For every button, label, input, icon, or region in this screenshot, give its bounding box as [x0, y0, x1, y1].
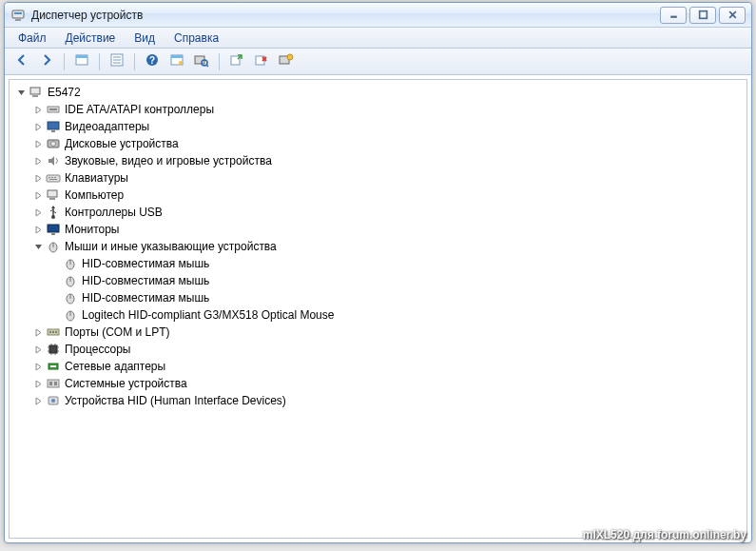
- svg-point-54: [52, 331, 54, 333]
- device-manager-window: Диспетчер устройств Файл Действие Вид Сп…: [4, 2, 752, 543]
- tree-category-node[interactable]: Звуковые, видео и игровые устройства: [32, 152, 745, 169]
- expander-icon[interactable]: [32, 378, 44, 389]
- svg-point-53: [49, 331, 51, 333]
- help-icon: ?: [145, 52, 160, 70]
- scan-button[interactable]: [190, 51, 213, 72]
- svg-rect-4: [699, 11, 707, 19]
- minimize-button[interactable]: [660, 7, 687, 24]
- disk-icon: [46, 136, 61, 151]
- update-driver-button[interactable]: [225, 51, 248, 72]
- expander-icon[interactable]: [32, 155, 44, 167]
- svg-rect-66: [50, 365, 56, 367]
- tree-root-node[interactable]: E5472: [15, 84, 745, 101]
- tree-device-node[interactable]: HID-совместимая мышь: [49, 272, 745, 289]
- tree-category-node[interactable]: Контроллеры USB: [32, 204, 745, 221]
- app-icon: [10, 8, 26, 23]
- forward-icon: [39, 52, 54, 70]
- svg-point-15: [179, 61, 183, 65]
- svg-rect-1: [14, 12, 22, 14]
- tree-category-node[interactable]: Клавиатуры: [32, 169, 745, 187]
- tree-device-node[interactable]: HID-совместимая мышь: [49, 289, 745, 306]
- menu-file[interactable]: Файл: [10, 30, 54, 47]
- help-button[interactable]: ?: [141, 51, 164, 72]
- svg-rect-69: [54, 382, 57, 385]
- tree-category-node[interactable]: Сетевые адаптеры: [32, 358, 745, 375]
- forward-button[interactable]: [35, 51, 58, 72]
- tree-category-label: Видеоадаптеры: [65, 120, 149, 133]
- usb-icon: [46, 205, 61, 220]
- tree-category-node[interactable]: Компьютер: [32, 187, 745, 204]
- menu-view[interactable]: Вид: [126, 30, 163, 47]
- tree-category-node[interactable]: Мыши и иные указывающие устройства: [32, 238, 745, 255]
- expander-icon[interactable]: [32, 189, 44, 201]
- svg-rect-32: [48, 177, 50, 178]
- svg-rect-56: [49, 345, 57, 353]
- computer-icon: [29, 85, 44, 100]
- svg-rect-41: [51, 233, 55, 235]
- tree-category-label: Процессоры: [65, 343, 131, 356]
- close-button[interactable]: [719, 7, 746, 24]
- svg-rect-37: [49, 198, 55, 200]
- back-icon: [14, 52, 29, 70]
- list-button[interactable]: [106, 51, 128, 72]
- tree-device-node[interactable]: Logitech HID-compliant G3/MX518 Optical …: [49, 306, 745, 324]
- devices-icon: [169, 52, 184, 70]
- menu-action[interactable]: Действие: [58, 30, 124, 47]
- update-icon: [229, 52, 244, 70]
- back-button[interactable]: [10, 51, 33, 72]
- mouse-icon: [63, 290, 78, 305]
- tree-category-node[interactable]: IDE ATA/ATAPI контроллеры: [32, 101, 745, 118]
- devices-button[interactable]: [165, 51, 188, 72]
- tree-category-node[interactable]: Системные устройства: [32, 375, 745, 392]
- tree-category-label: Мыши и иные указывающие устройства: [65, 240, 277, 253]
- separator: [64, 53, 65, 70]
- monitor-icon: [46, 222, 61, 237]
- uninstall-button[interactable]: [250, 51, 273, 72]
- toolbar: ?: [5, 49, 751, 75]
- menu-help[interactable]: Справка: [166, 30, 226, 47]
- svg-point-55: [55, 331, 57, 333]
- tree-device-node[interactable]: HID-совместимая мышь: [49, 255, 745, 272]
- expander-icon[interactable]: [15, 87, 27, 98]
- expander-icon[interactable]: [32, 241, 44, 252]
- properties-button[interactable]: [275, 51, 298, 72]
- separator: [134, 53, 135, 70]
- svg-point-71: [51, 399, 55, 403]
- expander-icon[interactable]: [32, 138, 44, 149]
- tree-category-node[interactable]: Порты (COM и LPT): [32, 324, 745, 341]
- expander-icon[interactable]: [32, 344, 44, 355]
- expander-icon[interactable]: [32, 172, 44, 184]
- tree-device-label: Logitech HID-compliant G3/MX518 Optical …: [82, 308, 334, 322]
- properties-icon: [279, 52, 294, 70]
- tree-category-node[interactable]: Дисковые устройства: [32, 135, 745, 152]
- svg-rect-28: [51, 130, 55, 132]
- tree-category-node[interactable]: Процессоры: [32, 341, 745, 358]
- tree-category-node[interactable]: Видеоадаптеры: [32, 118, 745, 135]
- tree-category-label: Звуковые, видео и игровые устройства: [65, 154, 272, 167]
- expander-icon[interactable]: [32, 224, 44, 235]
- expander-icon[interactable]: [32, 395, 44, 406]
- tree-category-label: Клавиатуры: [65, 171, 128, 185]
- expander-icon[interactable]: [32, 207, 44, 218]
- expander-icon[interactable]: [32, 361, 44, 372]
- expander-icon[interactable]: [32, 121, 44, 132]
- tree-category-label: Устройства HID (Human Interface Devices): [65, 394, 286, 407]
- titlebar[interactable]: Диспетчер устройств: [5, 3, 751, 28]
- expander-icon[interactable]: [32, 326, 44, 338]
- maximize-button[interactable]: [689, 7, 716, 24]
- svg-rect-31: [47, 175, 60, 182]
- mouse-icon: [63, 307, 78, 323]
- svg-rect-2: [15, 19, 21, 21]
- svg-rect-27: [48, 122, 59, 129]
- tree-category-label: Компьютер: [65, 188, 124, 202]
- expander-icon[interactable]: [32, 104, 44, 115]
- system-icon: [46, 376, 61, 391]
- separator: [219, 53, 220, 70]
- show-hidden-button[interactable]: [70, 51, 93, 72]
- tree-root-label: E5472: [48, 86, 81, 99]
- tree-category-label: Системные устройства: [65, 377, 187, 390]
- svg-rect-33: [51, 177, 53, 178]
- tree-category-node[interactable]: Мониторы: [32, 221, 745, 238]
- device-tree-panel[interactable]: E5472 IDE ATA/ATAPI контроллеры Видеоада…: [9, 79, 747, 539]
- tree-category-node[interactable]: Устройства HID (Human Interface Devices): [32, 392, 745, 409]
